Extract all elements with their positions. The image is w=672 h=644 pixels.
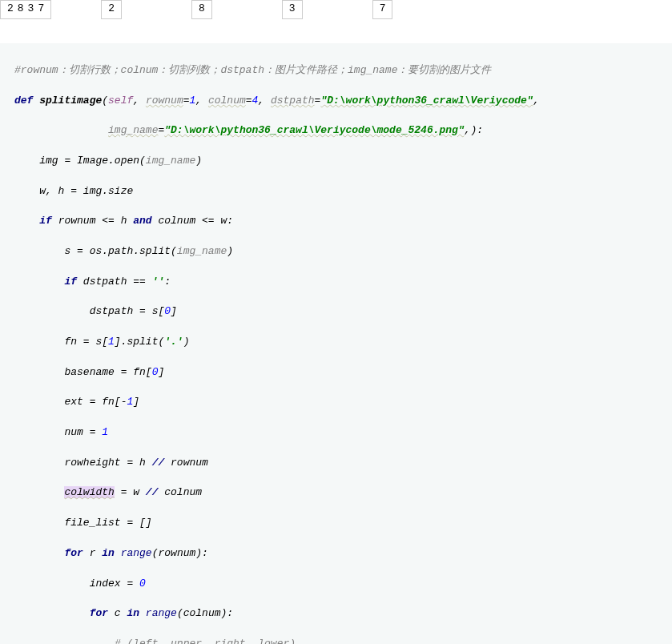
tab-1[interactable]: 2: [101, 0, 122, 19]
code-line: fn = s[1].split('.'): [14, 335, 672, 350]
code-line: ext = fn[-1]: [14, 395, 672, 410]
tab-2[interactable]: 8: [191, 0, 212, 19]
code-line: if rownum <= h and colnum <= w:: [14, 214, 672, 229]
code-line: colwidth = w // colnum: [14, 485, 672, 501]
code-line: if dstpath == '':: [14, 275, 672, 290]
code-line: w, h = img.size: [14, 184, 672, 199]
code-line: basename = fn[0]: [14, 365, 672, 380]
code-line: index = 0: [14, 577, 672, 592]
code-line: #rownum：切割行数；colnum：切割列数；dstpath：图片文件路径；…: [14, 63, 672, 78]
code-line: img_name="D:\work\python36_crawl\Veriyco…: [14, 123, 672, 139]
tab-4[interactable]: 7: [372, 0, 393, 19]
tab-3[interactable]: 3: [282, 0, 303, 19]
tab-0[interactable]: 2837: [0, 0, 51, 19]
code-line: def splitimage(self, rownum=1, colnum=4,…: [14, 94, 672, 109]
code-line: rowheight = h // rownum: [14, 456, 672, 471]
code-editor[interactable]: #rownum：切割行数；colnum：切割列数；dstpath：图片文件路径；…: [0, 43, 672, 644]
code-line: s = os.path.split(img_name): [14, 244, 672, 260]
code-line: dstpath = s[0]: [14, 304, 672, 320]
code-line: for c in range(colnum):: [14, 606, 672, 622]
code-line: num = 1: [14, 425, 672, 441]
code-line: # (left, upper, right, lower): [14, 637, 672, 644]
code-line: file_list = []: [14, 516, 672, 531]
tab-bar: 2837 2 8 3 7: [0, 0, 672, 19]
code-line: img = Image.open(img_name): [14, 154, 672, 169]
code-line: for r in range(rownum):: [14, 546, 672, 561]
